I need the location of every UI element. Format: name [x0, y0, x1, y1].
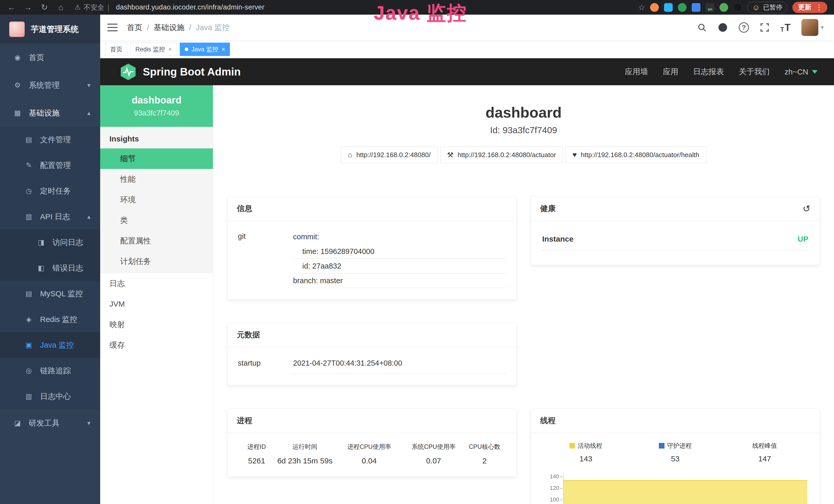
service-url: http://192.168.0.2:48080/	[356, 151, 431, 159]
sba-navbar: Spring Boot Admin 应用墙 应用 日志报表 关于我们 zh~CN	[100, 58, 834, 85]
extension-icon[interactable]	[692, 3, 700, 12]
sidebar-item-label: 定时任务	[40, 186, 71, 197]
sba-menu-environment[interactable]: 环境	[100, 189, 213, 210]
sidebar-item-home[interactable]: ◉ 首页	[0, 44, 100, 71]
sba-nav-journal[interactable]: 日志报表	[693, 67, 724, 77]
sidebar-item-scheduled-tasks[interactable]: ◷ 定时任务	[0, 178, 100, 204]
extension-icon[interactable]	[678, 3, 686, 12]
sidebar-item-label: 基础设施	[29, 108, 60, 118]
breadcrumb-infrastructure[interactable]: 基础设施	[154, 22, 184, 33]
sba-nav-about[interactable]: 关于我们	[739, 67, 770, 77]
sba-language-select[interactable]: zh~CN	[785, 68, 817, 76]
reload-icon[interactable]: ↻	[40, 3, 49, 12]
breadcrumb: 首页 / 基础设施 / Java 监控	[127, 22, 229, 33]
sba-brand[interactable]: Spring Boot Admin	[120, 63, 241, 81]
sidebar-item-error-logs[interactable]: ◧ 错误日志	[0, 255, 100, 281]
screen: Java 监控 ← → ↻ ⌂ ⚠ 不安全 | dashboard.yudao.…	[0, 0, 834, 504]
sidebar-item-dev-tools[interactable]: ◪ 研发工具 ▾	[0, 409, 100, 437]
instance-id-line: Id: 93a3fc7f7409	[227, 125, 820, 135]
sba-nav-applications[interactable]: 应用	[663, 67, 678, 77]
url-divider: |	[107, 3, 109, 12]
search-icon[interactable]	[697, 23, 707, 32]
service-url-link[interactable]: ⌂ http://192.168.0.2:48080/	[341, 146, 437, 163]
stat-value: 0.07	[426, 457, 441, 465]
stat-cpu-cores: CPU核心数 2	[463, 443, 506, 465]
sba-menu-details[interactable]: 细节	[100, 148, 213, 169]
help-icon[interactable]: ?	[739, 22, 749, 32]
sba-language-value: zh~CN	[785, 68, 808, 76]
chart-plot-area	[563, 474, 809, 504]
sba-menu-scheduled-tasks[interactable]: 计划任务	[100, 251, 213, 272]
sba-instance-id: 93a3fc7f7409	[134, 109, 179, 117]
extension-icon[interactable]	[650, 3, 659, 12]
sba-instance-header[interactable]: dashboard 93a3fc7f7409	[100, 85, 213, 127]
sidebar-item-access-logs[interactable]: ◨ 访问日志	[0, 230, 100, 255]
close-icon[interactable]: ×	[168, 46, 172, 53]
sidebar-item-label: Java 监控	[40, 340, 74, 350]
url-bar[interactable]: dashboard.yudao.iocoder.cn/infra/admin-s…	[116, 3, 265, 11]
extension-icon[interactable]	[664, 3, 673, 12]
bookmark-star-icon[interactable]: ☆	[638, 3, 645, 12]
sba-nav-wallboard[interactable]: 应用墙	[625, 67, 648, 77]
stat-label: 运行时间	[292, 443, 317, 451]
sba-menu-mappings[interactable]: 映射	[100, 314, 213, 335]
sidebar-item-trace[interactable]: ◎ 链路追踪	[0, 358, 100, 384]
threads-legend: 活动线程 143 守护进程 53 线程峰值	[541, 442, 809, 463]
sidebar-item-mysql-monitor[interactable]: ▤ MySQL 监控	[0, 281, 100, 306]
font-size-small: T	[780, 26, 784, 33]
health-card: 健康 ↺ Instance UP	[531, 197, 820, 265]
user-avatar[interactable]: ▾	[802, 19, 824, 36]
extension-icon[interactable]: on	[706, 3, 714, 12]
sidebar-item-api-logs[interactable]: ▥ API 日志 ▴	[0, 204, 100, 230]
actuator-url-link[interactable]: ⚒ http://192.168.0.2:48080/actuator	[440, 146, 563, 163]
history-icon[interactable]: ↺	[803, 204, 810, 213]
metadata-row: startup 2021-04-27T00:44:31.254+08:00	[238, 356, 506, 374]
sba-menu-performance[interactable]: 性能	[100, 169, 213, 189]
clock-icon: ◷	[24, 187, 34, 195]
extension-icon[interactable]	[720, 3, 728, 12]
sidebar-item-file-management[interactable]: ▤ 文件管理	[0, 127, 100, 153]
app-logo[interactable]: 芋道管理系统	[0, 15, 100, 44]
chrome-update-button[interactable]: 更新 ⋮	[792, 2, 827, 13]
git-key: git	[238, 230, 293, 288]
tab-redis-monitor[interactable]: Redis 监控 ×	[130, 43, 177, 56]
chevron-down-icon: ▾	[821, 24, 824, 31]
github-icon[interactable]	[718, 22, 728, 32]
tab-label: Java 监控	[191, 45, 218, 53]
legend-peak-threads: 线程峰值 147	[720, 442, 809, 463]
logo-image	[9, 22, 25, 37]
tab-home[interactable]: 首页	[105, 43, 127, 56]
sba-menu-caches[interactable]: 缓存	[100, 335, 213, 356]
sidebar-item-system-management[interactable]: ⚙ 系统管理 ▾	[0, 71, 100, 99]
font-size-icon[interactable]: TT	[780, 22, 791, 33]
sba-menu-config-props[interactable]: 配置属性	[100, 231, 213, 251]
hamburger-icon[interactable]	[107, 24, 118, 31]
sidebar-item-redis-monitor[interactable]: ◈ Redis 监控	[0, 306, 100, 332]
extension-icon[interactable]	[733, 3, 742, 12]
close-icon[interactable]: ×	[221, 46, 225, 53]
sba-menu-logs[interactable]: 日志	[100, 273, 213, 294]
font-size-big: T	[785, 22, 791, 33]
sidebar-item-infrastructure[interactable]: ▦ 基础设施 ▴	[0, 99, 100, 127]
tab-java-monitor[interactable]: Java 监控 ×	[180, 43, 230, 56]
security-indicator[interactable]: ⚠ 不安全 |	[74, 3, 109, 12]
sidebar-item-java-monitor[interactable]: ▣ Java 监控	[0, 332, 100, 358]
browser-menu-icon[interactable]: ⋮	[815, 3, 823, 12]
health-instance-row[interactable]: Instance UP	[541, 233, 809, 250]
metadata-key: startup	[238, 359, 293, 367]
sba-menu-classes[interactable]: 类	[100, 210, 213, 231]
api-log-icon: ▥	[24, 212, 34, 221]
browser-home-icon[interactable]: ⌂	[56, 3, 66, 12]
sidebar-item-config-management[interactable]: ✎ 配置管理	[0, 153, 100, 178]
sidebar-item-log-center[interactable]: ▥ 日志中心	[0, 384, 100, 409]
breadcrumb-home[interactable]: 首页	[127, 22, 142, 33]
profile-paused-badge[interactable]: ☺ 已暂停	[747, 2, 787, 13]
annotation-java-monitor: Java 监控	[374, 0, 467, 26]
sba-menu-jvm[interactable]: JVM	[100, 294, 213, 314]
fullscreen-icon[interactable]	[760, 23, 770, 32]
infrastructure-icon: ▦	[13, 109, 22, 117]
back-icon[interactable]: ←	[7, 3, 17, 12]
health-url-link[interactable]: ♥ http://192.168.0.2:48080/actuator/heal…	[566, 146, 706, 163]
stat-uptime: 运行时间 6d 23h 15m 59s	[275, 443, 334, 465]
forward-icon[interactable]: →	[23, 3, 33, 12]
